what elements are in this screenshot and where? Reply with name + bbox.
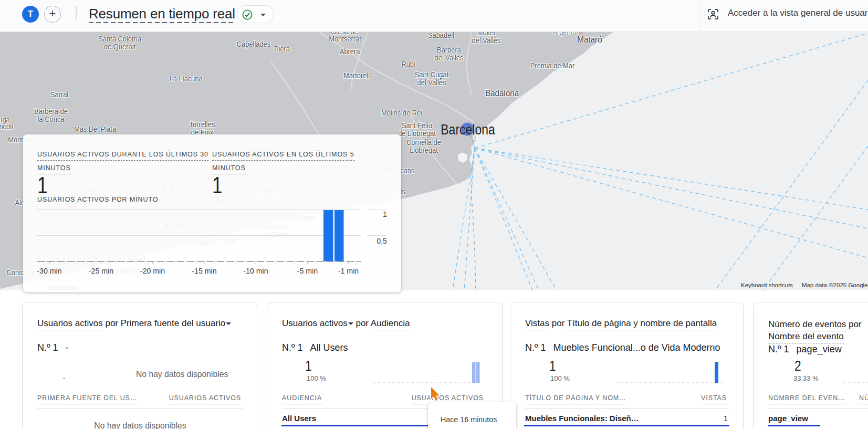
svg-text:-10 min: -10 min bbox=[243, 267, 268, 275]
svg-text:-5 min: -5 min bbox=[297, 267, 318, 275]
svg-text:-30 min: -30 min bbox=[37, 267, 61, 275]
svg-text:0,5: 0,5 bbox=[377, 237, 387, 245]
svg-text:-20 min: -20 min bbox=[140, 267, 165, 275]
svg-text:1: 1 bbox=[383, 210, 387, 218]
svg-text:-25 min: -25 min bbox=[89, 267, 113, 275]
svg-text:-15 min: -15 min bbox=[192, 267, 216, 275]
svg-text:-1 min: -1 min bbox=[338, 267, 359, 275]
